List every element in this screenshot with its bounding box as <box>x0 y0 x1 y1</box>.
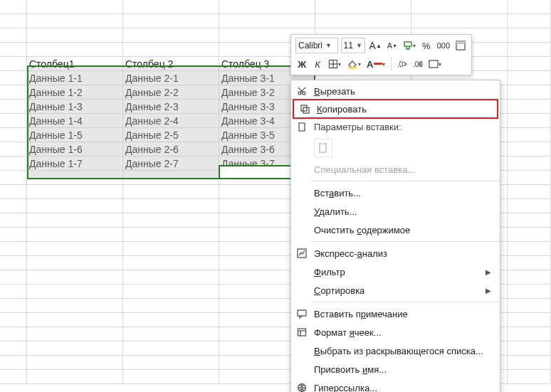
data-cell[interactable]: Данные 2-1 <box>123 71 219 85</box>
data-cell[interactable] <box>123 270 219 285</box>
data-cell[interactable]: Данные 2-6 <box>123 142 219 157</box>
data-cell[interactable] <box>123 0 219 14</box>
data-cell[interactable] <box>27 370 123 384</box>
data-cell[interactable] <box>123 313 219 327</box>
data-cell[interactable]: Данные 2-5 <box>123 128 219 142</box>
data-cell[interactable] <box>27 185 123 199</box>
data-cell[interactable]: Данные 2-2 <box>123 85 219 100</box>
data-cell[interactable] <box>27 199 123 213</box>
data-cell[interactable]: Данные 2-7 <box>123 157 219 171</box>
font-size-combo[interactable]: 11 ▼ <box>341 38 365 53</box>
cell-styles-button[interactable] <box>454 38 467 53</box>
font-color-button[interactable]: A ▾ <box>365 56 387 72</box>
decrease-font-button[interactable]: A▼ <box>386 38 399 53</box>
bold-button[interactable]: Ж <box>295 56 308 72</box>
menu-sort[interactable]: Сортировка ▶ <box>291 281 500 300</box>
data-cell[interactable] <box>123 242 219 256</box>
data-cell[interactable] <box>123 256 219 270</box>
data-cell[interactable]: Данные 2-4 <box>123 114 219 128</box>
merge-button[interactable]: ▾ <box>427 56 443 72</box>
font-name-combo[interactable]: Calibri ▼ <box>295 38 338 53</box>
borders-button[interactable]: ▾ <box>327 56 342 72</box>
empty-cell[interactable] <box>508 14 551 28</box>
data-cell[interactable] <box>27 313 123 327</box>
percent-button[interactable]: % <box>420 38 433 53</box>
empty-cell[interactable] <box>508 242 551 256</box>
data-cell[interactable] <box>219 14 315 28</box>
data-cell[interactable] <box>27 171 123 185</box>
empty-cell[interactable] <box>508 213 551 228</box>
data-cell[interactable]: Данные 2-3 <box>123 100 219 114</box>
empty-cell[interactable] <box>508 370 551 384</box>
empty-cell[interactable] <box>508 313 551 327</box>
data-cell[interactable] <box>123 14 219 28</box>
data-cell[interactable]: Данные 1-3 <box>27 100 123 114</box>
data-cell[interactable] <box>27 228 123 242</box>
empty-cell[interactable] <box>315 14 411 28</box>
data-cell[interactable]: Данные 1-1 <box>27 71 123 85</box>
fill-color-button[interactable]: ▾ <box>345 56 362 72</box>
empty-cell[interactable] <box>508 256 551 270</box>
data-cell[interactable] <box>27 256 123 270</box>
empty-cell[interactable] <box>508 299 551 313</box>
empty-cell[interactable] <box>508 128 551 142</box>
data-cell[interactable] <box>123 185 219 199</box>
empty-cell[interactable] <box>508 199 551 213</box>
menu-quick-analysis[interactable]: Экспресс-анализ <box>291 244 500 263</box>
empty-cell[interactable] <box>508 28 551 43</box>
data-cell[interactable] <box>123 228 219 242</box>
data-cell[interactable]: Данные 1-4 <box>27 114 123 128</box>
data-cell[interactable] <box>27 43 123 57</box>
format-painter-button[interactable]: ▾ <box>402 38 417 53</box>
data-cell[interactable] <box>27 28 123 43</box>
data-cell[interactable] <box>27 341 123 356</box>
data-cell[interactable] <box>123 327 219 341</box>
italic-button[interactable]: К <box>311 56 324 72</box>
data-cell[interactable] <box>27 14 123 28</box>
menu-delete[interactable]: Удалить... <box>291 202 500 221</box>
menu-select-dropdown[interactable]: Выбрать из раскрывающегося списка... <box>291 341 500 360</box>
empty-cell[interactable] <box>508 185 551 199</box>
menu-clear[interactable]: Очистить содержимое <box>291 221 500 239</box>
data-cell[interactable] <box>27 242 123 256</box>
menu-hyperlink[interactable]: Гиперссылка... <box>291 378 500 392</box>
empty-cell[interactable] <box>411 0 508 14</box>
empty-cell[interactable] <box>508 356 551 370</box>
menu-format-cells[interactable]: Формат ячеек... <box>291 323 500 341</box>
data-cell[interactable] <box>123 356 219 370</box>
data-cell[interactable] <box>219 0 315 14</box>
data-cell[interactable]: Данные 1-5 <box>27 128 123 142</box>
data-cell[interactable] <box>123 171 219 185</box>
menu-copy[interactable]: Копировать <box>293 99 498 119</box>
empty-cell[interactable] <box>508 171 551 185</box>
data-cell[interactable] <box>123 28 219 43</box>
data-cell[interactable] <box>123 341 219 356</box>
empty-cell[interactable] <box>508 71 551 85</box>
data-cell[interactable] <box>123 43 219 57</box>
data-cell[interactable]: Данные 1-2 <box>27 85 123 100</box>
data-cell[interactable] <box>123 299 219 313</box>
decrease-decimal-button[interactable]: .00 <box>411 56 424 72</box>
empty-cell[interactable] <box>508 100 551 114</box>
empty-cell[interactable] <box>508 270 551 285</box>
data-cell[interactable]: Столбец1 <box>27 57 123 71</box>
increase-decimal-button[interactable]: .0 <box>396 56 409 72</box>
data-cell[interactable] <box>27 0 123 14</box>
menu-filter[interactable]: Фильтр ▶ <box>291 263 500 281</box>
thousands-button[interactable]: 000 <box>436 38 451 53</box>
data-cell[interactable] <box>27 299 123 313</box>
empty-cell[interactable] <box>508 43 551 57</box>
empty-cell[interactable] <box>315 0 411 14</box>
data-cell[interactable] <box>27 327 123 341</box>
empty-cell[interactable] <box>508 114 551 128</box>
data-cell[interactable] <box>27 213 123 228</box>
data-cell[interactable] <box>27 270 123 285</box>
empty-cell[interactable] <box>508 57 551 71</box>
empty-cell[interactable] <box>508 341 551 356</box>
empty-cell[interactable] <box>508 285 551 299</box>
menu-define-name[interactable]: Присвоить имя... <box>291 360 500 378</box>
data-cell[interactable] <box>123 370 219 384</box>
data-cell[interactable]: Столбец 2 <box>123 57 219 71</box>
data-cell[interactable] <box>27 285 123 299</box>
data-cell[interactable] <box>123 285 219 299</box>
